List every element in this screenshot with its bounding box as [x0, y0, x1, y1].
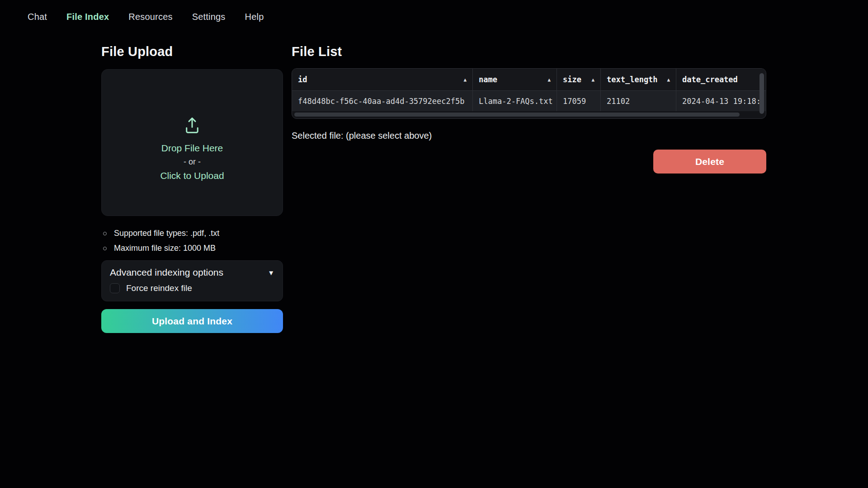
upload-icon	[183, 116, 202, 135]
advanced-options-panel: Advanced indexing options ▼ Force reinde…	[101, 260, 283, 301]
cell-text-length[interactable]: 21102	[601, 91, 676, 111]
advanced-options-title: Advanced indexing options	[110, 267, 223, 278]
note-text: Supported file types: .pdf, .txt	[114, 229, 219, 238]
cell-id[interactable]: f48d48bc-f56c-40aa-ad4d-35792eec2f5b	[292, 91, 473, 111]
table-header-row: id ▲ name ▲ size ▲ text_length ▲ date_cr…	[292, 69, 766, 91]
file-table: id ▲ name ▲ size ▲ text_length ▲ date_cr…	[292, 68, 766, 119]
cell-date-created[interactable]: 2024-04-13 19:18:	[676, 91, 766, 111]
note-text: Maximum file size: 1000 MB	[114, 244, 216, 253]
tab-chat[interactable]: Chat	[28, 12, 47, 22]
upload-notes: Supported file types: .pdf, .txt Maximum…	[103, 226, 219, 256]
vertical-scrollbar[interactable]	[760, 73, 764, 114]
sort-ascending-icon[interactable]: ▲	[547, 77, 551, 83]
note-max-size: Maximum file size: 1000 MB	[103, 241, 219, 256]
file-dropzone[interactable]: Drop File Here - or - Click to Upload	[101, 69, 283, 216]
delete-button[interactable]: Delete	[653, 150, 766, 174]
tab-help[interactable]: Help	[245, 12, 264, 22]
upload-and-index-button[interactable]: Upload and Index	[101, 309, 283, 333]
sort-ascending-icon[interactable]: ▲	[463, 77, 467, 83]
column-label: text_length	[607, 75, 658, 84]
column-header-text-length[interactable]: text_length ▲	[601, 69, 676, 90]
cell-name[interactable]: Llama-2-FAQs.txt	[473, 91, 557, 111]
click-to-upload-link[interactable]: Click to Upload	[160, 169, 224, 183]
note-supported-types: Supported file types: .pdf, .txt	[103, 226, 219, 241]
file-index-page: Chat File Index Resources Settings Help …	[0, 0, 868, 488]
column-label: date_created	[682, 75, 738, 84]
advanced-options-toggle[interactable]: Advanced indexing options ▼	[110, 267, 274, 278]
selected-file-text: Selected file: (please select above)	[292, 131, 432, 141]
force-reindex-row[interactable]: Force reindex file	[110, 283, 274, 293]
tab-file-index[interactable]: File Index	[66, 12, 109, 22]
tab-settings[interactable]: Settings	[192, 12, 226, 22]
cell-size[interactable]: 17059	[557, 91, 601, 111]
column-header-name[interactable]: name ▲	[473, 69, 557, 90]
bullet-icon	[103, 247, 107, 250]
top-nav: Chat File Index Resources Settings Help	[28, 12, 264, 22]
column-label: size	[563, 75, 581, 84]
file-upload-title: File Upload	[101, 44, 173, 59]
drop-file-here-text: Drop File Here	[161, 141, 223, 155]
bullet-icon	[103, 232, 107, 235]
or-text: - or -	[184, 155, 201, 169]
file-list-title: File List	[292, 44, 342, 59]
force-reindex-checkbox[interactable]	[110, 283, 120, 293]
column-header-id[interactable]: id ▲	[292, 69, 473, 90]
column-label: id	[298, 75, 307, 84]
sort-ascending-icon[interactable]: ▲	[667, 77, 670, 83]
table-row[interactable]: f48d48bc-f56c-40aa-ad4d-35792eec2f5b Lla…	[292, 91, 766, 111]
horizontal-scrollbar[interactable]	[294, 113, 740, 117]
tab-resources[interactable]: Resources	[128, 12, 172, 22]
column-header-date-created[interactable]: date_created	[676, 69, 766, 90]
chevron-down-icon[interactable]: ▼	[268, 269, 274, 277]
force-reindex-label: Force reindex file	[126, 283, 192, 293]
sort-ascending-icon[interactable]: ▲	[591, 77, 594, 83]
column-label: name	[479, 75, 497, 84]
column-header-size[interactable]: size ▲	[557, 69, 601, 90]
